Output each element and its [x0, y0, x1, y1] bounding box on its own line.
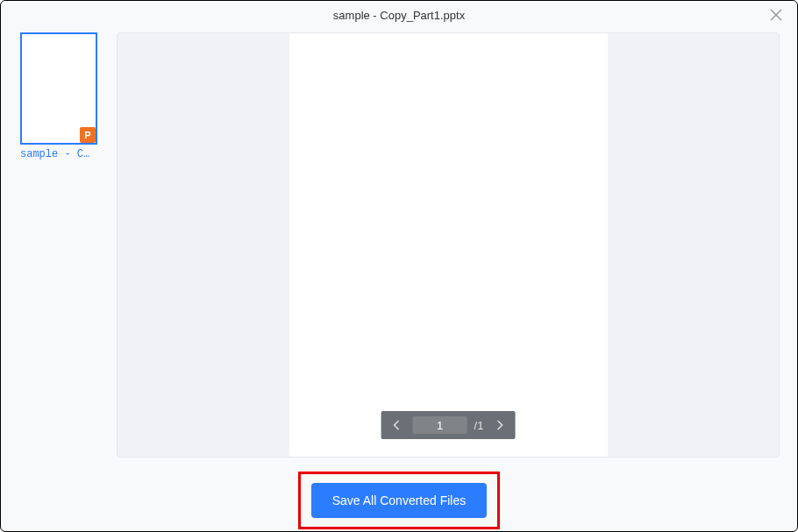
- header: sample - Copy_Part1.pptx: [1, 1, 797, 29]
- save-all-button[interactable]: Save All Converted Files: [311, 483, 488, 518]
- preview-area: /1: [117, 32, 780, 458]
- save-button-highlight: Save All Converted Files: [298, 472, 501, 529]
- preview-canvas: [289, 33, 608, 457]
- page-total: /1: [474, 419, 484, 432]
- main-content: P sample - C… /1: [1, 29, 797, 470]
- app-window: sample - Copy_Part1.pptx P sample - C…: [0, 0, 798, 532]
- window-title: sample - Copy_Part1.pptx: [333, 9, 465, 22]
- next-page-icon[interactable]: [490, 416, 508, 434]
- close-icon[interactable]: [769, 8, 783, 22]
- pptx-badge-icon: P: [80, 127, 96, 143]
- footer: Save All Converted Files: [1, 470, 797, 531]
- file-thumbnail[interactable]: P: [20, 32, 97, 145]
- sidebar: P sample - C…: [18, 32, 99, 470]
- pagination-bar: /1: [381, 411, 516, 439]
- page-input[interactable]: [413, 416, 467, 434]
- thumbnail-label: sample - C…: [20, 148, 97, 160]
- prev-page-icon[interactable]: [388, 416, 406, 434]
